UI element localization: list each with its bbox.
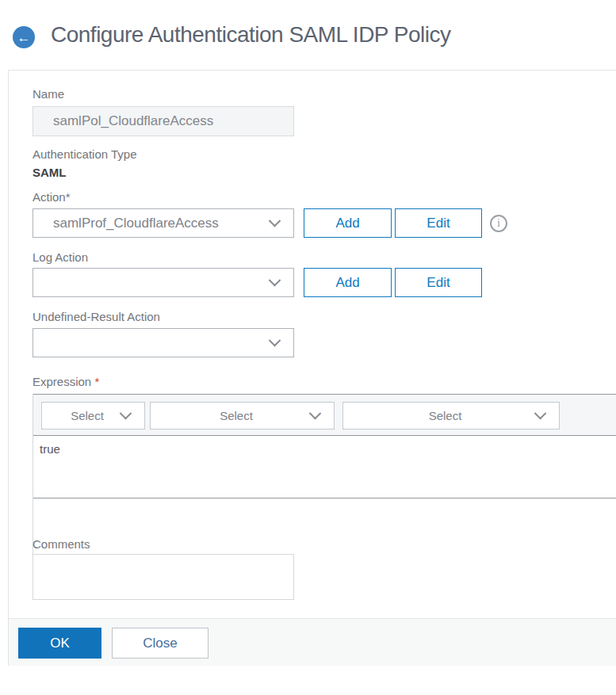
comments-input[interactable] — [33, 554, 294, 600]
log-action-edit-button[interactable]: Edit — [395, 268, 482, 297]
chevron-down-icon — [269, 334, 281, 347]
expression-select-3-value: Select — [343, 409, 536, 422]
action-select[interactable]: samlProf_CloudflareAccess — [33, 208, 294, 238]
log-action-label: Log Action — [33, 250, 88, 264]
undefined-result-action-label: Undefined-Result Action — [33, 310, 160, 323]
name-label: Name — [33, 87, 64, 101]
info-icon[interactable]: i — [490, 215, 507, 232]
expression-operand-select-3[interactable]: Select — [342, 402, 560, 430]
expression-editor: Select Select Select true — [33, 394, 616, 568]
expression-label-text: Expression — [33, 375, 91, 388]
name-input[interactable] — [33, 106, 294, 136]
expression-toolbar: Select Select Select — [33, 394, 616, 436]
chevron-down-icon — [269, 274, 281, 287]
action-add-button[interactable]: Add — [304, 208, 392, 238]
page-title: Configure Authentication SAML IDP Policy — [51, 22, 451, 48]
undefined-result-action-select[interactable] — [33, 328, 294, 357]
form-panel: Name Authentication Type SAML Action* sa… — [8, 70, 616, 666]
ok-button[interactable]: OK — [18, 628, 101, 659]
authentication-type-label: Authentication Type — [33, 147, 136, 161]
comments-label: Comments — [33, 537, 90, 551]
arrow-left-icon: ← — [17, 31, 31, 44]
footer-bar: OK Close — [9, 618, 616, 666]
expression-select-1-value: Select — [42, 409, 121, 422]
expression-select-2-value: Select — [151, 409, 311, 422]
expression-input[interactable]: true — [33, 436, 616, 498]
chevron-down-icon — [269, 215, 281, 227]
info-icon-glyph: i — [497, 217, 500, 230]
back-button[interactable]: ← — [13, 26, 35, 48]
log-action-select[interactable] — [33, 268, 294, 297]
action-edit-button[interactable]: Edit — [395, 208, 482, 238]
configure-saml-idp-policy-page: ← Configure Authentication SAML IDP Poli… — [0, 0, 616, 695]
action-select-value: samlProf_CloudflareAccess — [53, 216, 270, 231]
action-label: Action* — [33, 190, 71, 204]
expression-operand-select-2[interactable]: Select — [150, 402, 335, 430]
close-button[interactable]: Close — [112, 628, 209, 659]
log-action-add-button[interactable]: Add — [304, 268, 392, 297]
chevron-down-icon — [534, 407, 547, 420]
required-asterisk: * — [94, 375, 99, 388]
authentication-type-value: SAML — [33, 166, 67, 179]
expression-label: Expression * — [33, 375, 99, 388]
chevron-down-icon — [309, 407, 322, 420]
chevron-down-icon — [120, 407, 132, 420]
expression-operand-select-1[interactable]: Select — [41, 402, 145, 430]
